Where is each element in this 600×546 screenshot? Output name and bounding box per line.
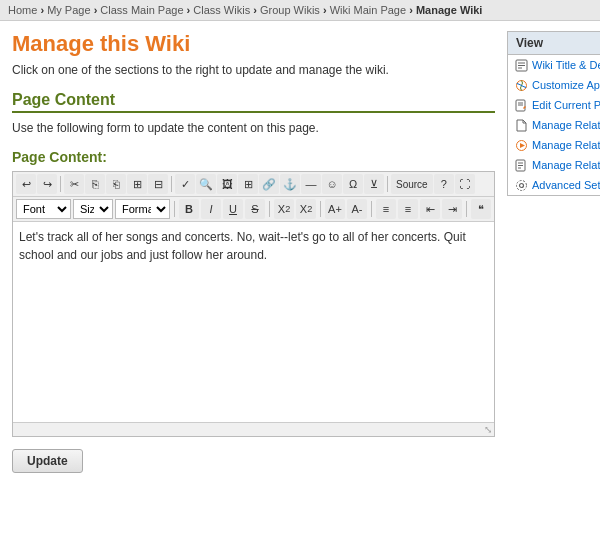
separator-6 xyxy=(320,201,321,217)
view-box: View Wiki Title & Description Customize … xyxy=(507,31,600,196)
breadcrumb-classmain[interactable]: Class Main Page xyxy=(100,4,183,16)
paste-button[interactable]: ⎗ xyxy=(106,174,126,194)
format-select[interactable]: Format xyxy=(115,199,170,219)
breadcrumb-wikimain[interactable]: Wiki Main Page xyxy=(330,4,406,16)
editor-toolbar-row2: Font Size Format B I U S X2 X2 A+ A- xyxy=(13,197,494,222)
unordered-list-button[interactable]: ≡ xyxy=(376,199,396,219)
view-item-wiki-title-label: Wiki Title & Description xyxy=(532,59,600,71)
view-item-related-files-label: Manage Related Files xyxy=(532,119,600,131)
breadcrumb-mypage[interactable]: My Page xyxy=(47,4,90,16)
undo-button[interactable]: ↩ xyxy=(16,174,36,194)
font-select[interactable]: Font xyxy=(16,199,71,219)
maximize-button[interactable]: ⛶ xyxy=(455,174,475,194)
spell-check-button[interactable]: ✓ xyxy=(175,174,195,194)
main-container: Manage this Wiki Click on one of the sec… xyxy=(0,21,600,483)
superscript-button[interactable]: X2 xyxy=(296,199,316,219)
view-item-edit-page-label: Edit Current Page xyxy=(532,99,600,111)
cut-button[interactable]: ✂ xyxy=(64,174,84,194)
view-item-related-pages-label: Manage Related Pages xyxy=(532,159,600,171)
iframe-button[interactable]: ⊻ xyxy=(364,174,384,194)
breadcrumb-current: Manage Wiki xyxy=(416,4,483,16)
update-button[interactable]: Update xyxy=(12,449,83,473)
link-button[interactable]: 🔗 xyxy=(259,174,279,194)
right-panel: View Wiki Title & Description Customize … xyxy=(507,31,600,473)
breadcrumb-classwikis[interactable]: Class Wikis xyxy=(193,4,250,16)
view-item-related-pages[interactable]: Manage Related Pages xyxy=(508,155,600,175)
view-item-advanced-label: Advanced Settings xyxy=(532,179,600,191)
separator-7 xyxy=(371,201,372,217)
subscript-button[interactable]: X2 xyxy=(274,199,294,219)
breadcrumb-home[interactable]: Home xyxy=(8,4,37,16)
wiki-title-icon xyxy=(514,58,528,72)
decrease-indent-button[interactable]: ⇤ xyxy=(420,199,440,219)
smiley-button[interactable]: ☺ xyxy=(322,174,342,194)
table-button[interactable]: ⊞ xyxy=(238,174,258,194)
page-title: Manage this Wiki xyxy=(12,31,495,57)
blockquote-button[interactable]: ❝ xyxy=(471,199,491,219)
section-header: Page Content xyxy=(12,91,495,113)
view-item-related-files[interactable]: Manage Related Files xyxy=(508,115,600,135)
ordered-list-button[interactable]: ≡ xyxy=(398,199,418,219)
anchor-button[interactable]: ⚓ xyxy=(280,174,300,194)
related-files-icon xyxy=(514,118,528,132)
strikethrough-button[interactable]: S xyxy=(245,199,265,219)
view-item-related-media-label: Manage Related Media xyxy=(532,139,600,151)
section-description: Use the following form to update the con… xyxy=(12,121,495,135)
editor-toolbar-row1: ↩ ↪ ✂ ⎘ ⎗ ⊞ ⊟ ✓ 🔍 🖼 ⊞ 🔗 ⚓ — ☺ Ω ⊻ xyxy=(13,172,494,197)
customize-icon xyxy=(514,78,528,92)
size-select[interactable]: Size xyxy=(73,199,113,219)
editor-resize-handle[interactable]: ⤡ xyxy=(13,422,494,436)
help-button[interactable]: ? xyxy=(434,174,454,194)
related-media-icon xyxy=(514,138,528,152)
separator-3 xyxy=(387,176,388,192)
svg-marker-9 xyxy=(520,143,525,148)
advanced-settings-icon xyxy=(514,178,528,192)
increase-indent-button[interactable]: ⇥ xyxy=(442,199,462,219)
editor-container: ↩ ↪ ✂ ⎘ ⎗ ⊞ ⊟ ✓ 🔍 🖼 ⊞ 🔗 ⚓ — ☺ Ω ⊻ xyxy=(12,171,495,437)
underline-button[interactable]: U xyxy=(223,199,243,219)
edit-page-icon xyxy=(514,98,528,112)
view-item-edit-page[interactable]: Edit Current Page xyxy=(508,95,600,115)
view-item-related-media[interactable]: Manage Related Media xyxy=(508,135,600,155)
separator-1 xyxy=(60,176,61,192)
separator-4 xyxy=(174,201,175,217)
editor-body[interactable]: Let's track all of her songs and concert… xyxy=(13,222,494,422)
editor-body-text: Let's track all of her songs and concert… xyxy=(19,228,488,264)
view-item-customize-label: Customize Appearance xyxy=(532,79,600,91)
view-item-wiki-title[interactable]: Wiki Title & Description xyxy=(508,55,600,75)
italic-button[interactable]: I xyxy=(201,199,221,219)
breadcrumb: Home › My Page › Class Main Page › Class… xyxy=(0,0,600,21)
svg-point-14 xyxy=(519,183,523,187)
svg-point-15 xyxy=(516,180,526,190)
view-item-advanced[interactable]: Advanced Settings xyxy=(508,175,600,195)
view-item-customize[interactable]: Customize Appearance xyxy=(508,75,600,95)
related-pages-icon xyxy=(514,158,528,172)
bold-button[interactable]: B xyxy=(179,199,199,219)
breadcrumb-groupwikis[interactable]: Group Wikis xyxy=(260,4,320,16)
separator-8 xyxy=(466,201,467,217)
image-button[interactable]: 🖼 xyxy=(217,174,237,194)
hline-button[interactable]: — xyxy=(301,174,321,194)
special-char-button[interactable]: Ω xyxy=(343,174,363,194)
copy-button[interactable]: ⎘ xyxy=(85,174,105,194)
intro-text: Click on one of the sections to the righ… xyxy=(12,63,495,77)
page-content-label: Page Content: xyxy=(12,149,495,165)
separator-2 xyxy=(171,176,172,192)
separator-5 xyxy=(269,201,270,217)
paste-word-button[interactable]: ⊟ xyxy=(148,174,168,194)
source-button[interactable]: Source xyxy=(391,174,433,194)
content-area: Manage this Wiki Click on one of the sec… xyxy=(12,31,495,473)
paste-text-button[interactable]: ⊞ xyxy=(127,174,147,194)
find-button[interactable]: 🔍 xyxy=(196,174,216,194)
redo-button[interactable]: ↪ xyxy=(37,174,57,194)
resize-icon: ⤡ xyxy=(484,424,492,435)
font-color-button[interactable]: A+ xyxy=(325,199,345,219)
view-box-header: View xyxy=(508,32,600,55)
bg-color-button[interactable]: A- xyxy=(347,199,367,219)
